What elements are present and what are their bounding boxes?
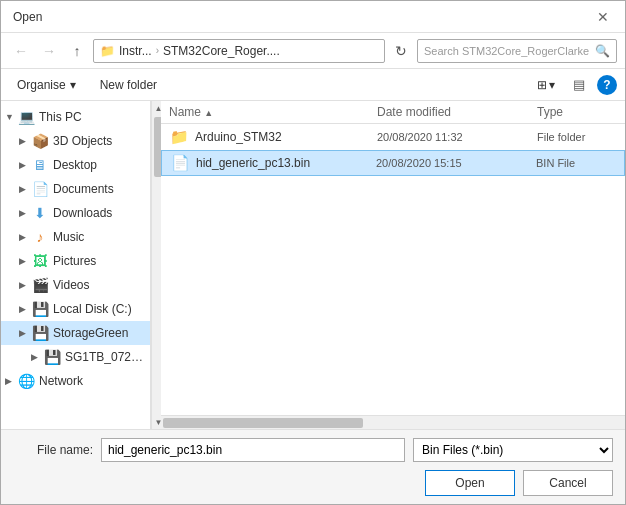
sidebar-item-storage-green[interactable]: ▶ 💾 StorageGreen <box>1 321 150 345</box>
sidebar-item-label: Network <box>39 374 144 388</box>
bin-file-icon: 📄 <box>170 153 190 173</box>
footer-buttons: Open Cancel <box>13 470 613 496</box>
file-item-hid-generic-bin[interactable]: 📄 hid_generic_pc13.bin 20/08/2020 15:15 … <box>161 150 625 176</box>
storage-green-expander-icon: ▶ <box>19 328 31 338</box>
pane-button[interactable]: ▤ <box>567 73 591 97</box>
sidebar-item-local-disk[interactable]: ▶ 💾 Local Disk (C:) <box>1 297 150 321</box>
music-expander-icon: ▶ <box>19 232 31 242</box>
organise-label: Organise <box>17 78 66 92</box>
filename-input[interactable] <box>101 438 405 462</box>
file-name: hid_generic_pc13.bin <box>196 156 376 170</box>
sort-arrow-icon: ▲ <box>204 108 213 118</box>
new-folder-button[interactable]: New folder <box>92 76 165 94</box>
organise-toolbar: Organise ▾ New folder ⊞ ▾ ▤ ? <box>1 69 625 101</box>
music-icon: ♪ <box>31 228 49 246</box>
path-chevron: › <box>156 45 159 56</box>
column-type[interactable]: Type <box>537 105 617 119</box>
sidebar-item-label: Pictures <box>53 254 144 268</box>
this-pc-expander-icon: ▼ <box>5 112 17 122</box>
up-button[interactable]: ↑ <box>65 39 89 63</box>
title-bar: Open ✕ <box>1 1 625 33</box>
sidebar-item-label: SG1TB_0720 (H:... <box>65 350 144 364</box>
sidebar-item-documents[interactable]: ▶ 📄 Documents <box>1 177 150 201</box>
file-date: 20/08/2020 15:15 <box>376 157 536 169</box>
downloads-icon: ⬇ <box>31 204 49 222</box>
forward-button[interactable]: → <box>37 39 61 63</box>
downloads-expander-icon: ▶ <box>19 208 31 218</box>
folder-icon: 📁 <box>100 44 115 58</box>
sidebar-item-pictures[interactable]: ▶ 🖼 Pictures <box>1 249 150 273</box>
sidebar-item-label: Local Disk (C:) <box>53 302 144 316</box>
sidebar-item-label: This PC <box>39 110 144 124</box>
videos-icon: 🎬 <box>31 276 49 294</box>
column-name-label: Name <box>169 105 201 119</box>
desktop-icon: 🖥 <box>31 156 49 174</box>
sidebar: ▼ 💻 This PC ▶ 📦 3D Objects ▶ 🖥 Desktop <box>1 101 151 429</box>
sg1tb-icon: 💾 <box>43 348 61 366</box>
sg1tb-expander-icon: ▶ <box>31 352 43 362</box>
search-bar[interactable]: 🔍 <box>417 39 617 63</box>
sidebar-item-label: StorageGreen <box>53 326 144 340</box>
file-type: BIN File <box>536 157 616 169</box>
search-icon: 🔍 <box>595 44 610 58</box>
pictures-expander-icon: ▶ <box>19 256 31 266</box>
3d-icon: 📦 <box>31 132 49 150</box>
file-date: 20/08/2020 11:32 <box>377 131 537 143</box>
sidebar-item-label: Downloads <box>53 206 144 220</box>
sidebar-item-this-pc[interactable]: ▼ 💻 This PC <box>1 105 150 129</box>
local-disk-expander-icon: ▶ <box>19 304 31 314</box>
organise-chevron-icon: ▾ <box>70 78 76 92</box>
sidebar-item-music[interactable]: ▶ ♪ Music <box>1 225 150 249</box>
filename-label: File name: <box>13 443 93 457</box>
help-button[interactable]: ? <box>597 75 617 95</box>
path-part-2: STM32Core_Roger.... <box>163 44 280 58</box>
search-input[interactable] <box>424 45 595 57</box>
network-expander-icon: ▶ <box>5 376 17 386</box>
close-button[interactable]: ✕ <box>593 7 613 27</box>
main-content: ▼ 💻 This PC ▶ 📦 3D Objects ▶ 🖥 Desktop <box>1 101 625 429</box>
view-button[interactable]: ⊞ ▾ <box>531 76 561 94</box>
title-bar-controls: ✕ <box>593 7 613 27</box>
local-disk-icon: 💾 <box>31 300 49 318</box>
3d-expander-icon: ▶ <box>19 136 31 146</box>
videos-expander-icon: ▶ <box>19 280 31 290</box>
pictures-icon: 🖼 <box>31 252 49 270</box>
file-list-header: Name ▲ Date modified Type <box>161 101 625 124</box>
sidebar-item-downloads[interactable]: ▶ ⬇ Downloads <box>1 201 150 225</box>
filename-row: File name: Bin Files (*.bin) <box>13 438 613 462</box>
refresh-button[interactable]: ↻ <box>389 39 413 63</box>
view-icon: ⊞ <box>537 78 547 92</box>
file-name: Arduino_STM32 <box>195 130 377 144</box>
open-dialog: Open ✕ ← → ↑ 📁 Instr... › STM32Core_Roge… <box>0 0 626 505</box>
open-button[interactable]: Open <box>425 470 515 496</box>
documents-expander-icon: ▶ <box>19 184 31 194</box>
column-name[interactable]: Name ▲ <box>169 105 377 119</box>
desktop-expander-icon: ▶ <box>19 160 31 170</box>
sidebar-wrapper: ▼ 💻 This PC ▶ 📦 3D Objects ▶ 🖥 Desktop <box>1 101 161 429</box>
footer: File name: Bin Files (*.bin) Open Cancel <box>1 429 625 504</box>
sidebar-item-3d-objects[interactable]: ▶ 📦 3D Objects <box>1 129 150 153</box>
sidebar-item-label: Music <box>53 230 144 244</box>
toolbar2-right: ⊞ ▾ ▤ ? <box>531 73 617 97</box>
filetype-select[interactable]: Bin Files (*.bin) <box>413 438 613 462</box>
view-chevron-icon: ▾ <box>549 78 555 92</box>
folder-icon: 📁 <box>169 127 189 147</box>
cancel-button[interactable]: Cancel <box>523 470 613 496</box>
network-icon: 🌐 <box>17 372 35 390</box>
sidebar-item-label: Documents <box>53 182 144 196</box>
back-button[interactable]: ← <box>9 39 33 63</box>
sidebar-item-label: Videos <box>53 278 144 292</box>
sidebar-item-sg1tb[interactable]: ▶ 💾 SG1TB_0720 (H:... <box>1 345 150 369</box>
path-bar[interactable]: 📁 Instr... › STM32Core_Roger.... <box>93 39 385 63</box>
nav-toolbar: ← → ↑ 📁 Instr... › STM32Core_Roger.... ↻… <box>1 33 625 69</box>
file-type: File folder <box>537 131 617 143</box>
dialog-title: Open <box>13 10 42 24</box>
sidebar-item-videos[interactable]: ▶ 🎬 Videos <box>1 273 150 297</box>
h-scrollbar-thumb[interactable] <box>163 418 363 428</box>
organise-button[interactable]: Organise ▾ <box>9 76 84 94</box>
column-date-modified[interactable]: Date modified <box>377 105 537 119</box>
sidebar-item-network[interactable]: ▶ 🌐 Network <box>1 369 150 393</box>
file-item-arduino-stm32[interactable]: 📁 Arduino_STM32 20/08/2020 11:32 File fo… <box>161 124 625 150</box>
sidebar-item-desktop[interactable]: ▶ 🖥 Desktop <box>1 153 150 177</box>
horizontal-scrollbar[interactable] <box>161 415 625 429</box>
